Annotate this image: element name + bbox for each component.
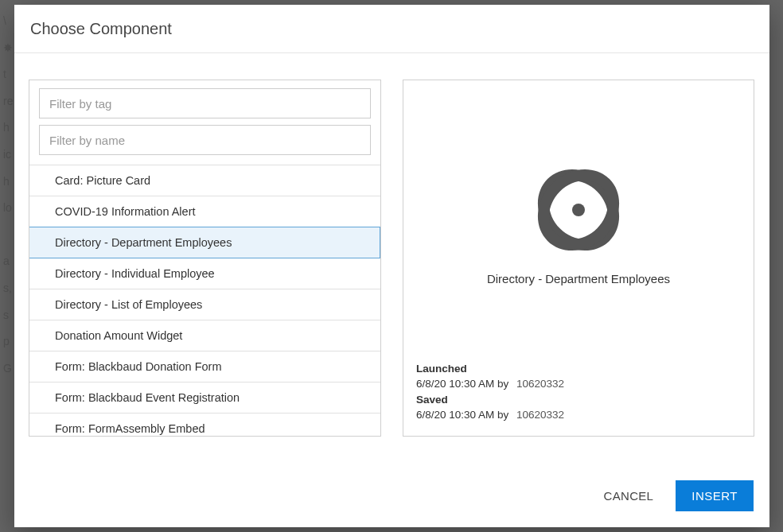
list-item[interactable]: Form: Blackbaud Event Registration <box>29 382 380 414</box>
component-list[interactable]: Card: Picture CardCOVID-19 Information A… <box>29 165 380 436</box>
filter-by-name-input[interactable] <box>39 125 371 155</box>
saved-label: Saved <box>416 392 741 408</box>
cancel-button[interactable]: CANCEL <box>601 483 657 509</box>
list-item[interactable]: COVID-19 Information Alert <box>29 196 380 227</box>
launched-user: 10620332 <box>516 376 564 392</box>
filter-container <box>29 80 380 165</box>
dialog-body: Card: Picture CardCOVID-19 Information A… <box>14 53 769 466</box>
dialog-footer: CANCEL INSERT <box>14 466 769 527</box>
list-item[interactable]: Directory - List of Employees <box>29 289 380 320</box>
component-metadata: Launched 6/8/20 10:30 AM by 10620332 Sav… <box>416 361 741 423</box>
saved-timestamp: 6/8/20 10:30 AM by <box>416 407 516 423</box>
launched-label: Launched <box>416 361 741 377</box>
component-list-panel: Card: Picture CardCOVID-19 Information A… <box>29 80 381 437</box>
preview-title: Directory - Department Employees <box>487 272 670 285</box>
dialog-header: Choose Component <box>14 5 769 53</box>
dialog-title: Choose Component <box>30 20 754 38</box>
list-item[interactable]: Form: FormAssembly Embed <box>29 414 380 436</box>
list-item[interactable]: Directory - Department Employees <box>29 227 380 258</box>
insert-button[interactable]: INSERT <box>676 480 754 511</box>
launched-timestamp: 6/8/20 10:30 AM by <box>416 376 516 392</box>
list-item[interactable]: Card: Picture Card <box>29 165 380 196</box>
filter-by-tag-input[interactable] <box>39 88 371 118</box>
list-item[interactable]: Donation Amount Widget <box>29 320 380 351</box>
list-item[interactable]: Directory - Individual Employee <box>29 258 380 289</box>
saved-user: 10620332 <box>516 407 564 423</box>
preview-panel: Directory - Department Employees Launche… <box>403 80 754 437</box>
choose-component-dialog: Choose Component Card: Picture CardCOVID… <box>14 5 769 527</box>
atom-icon <box>537 169 620 251</box>
preview-area: Directory - Department Employees <box>416 93 741 361</box>
list-item[interactable]: Form: Blackbaud Donation Form <box>29 351 380 382</box>
